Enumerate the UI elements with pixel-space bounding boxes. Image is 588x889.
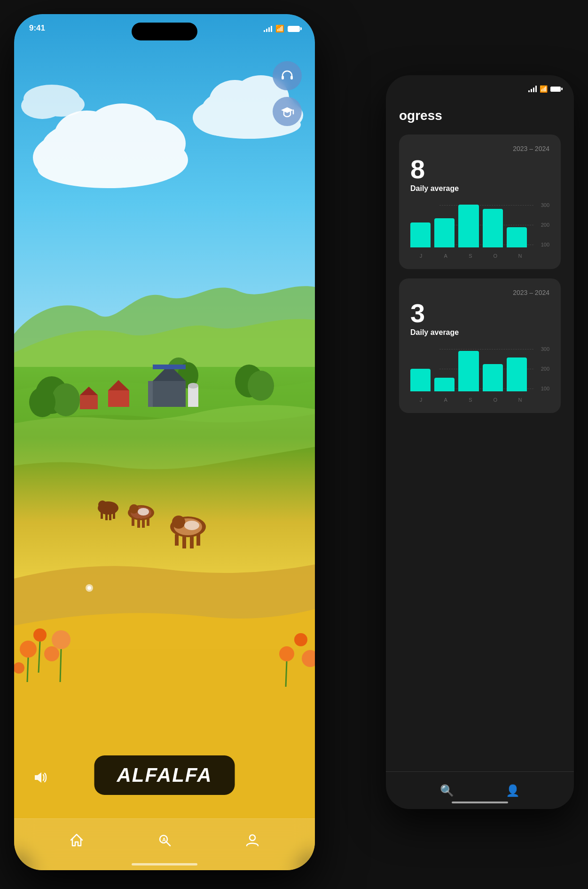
xlabel-s-2: S	[460, 397, 481, 403]
svg-line-65	[27, 658, 28, 682]
xlabel-n-1: N	[510, 253, 531, 259]
battery-icon	[550, 87, 561, 92]
bar-2-a	[434, 378, 455, 391]
bar-1-s	[458, 205, 478, 247]
search-nav-icon: A	[157, 833, 172, 848]
svg-rect-54	[109, 513, 111, 520]
volume-button[interactable]	[32, 769, 49, 788]
svg-point-45	[172, 516, 185, 529]
svg-point-62	[279, 646, 294, 661]
svg-line-76	[166, 842, 170, 846]
svg-rect-71	[282, 76, 284, 79]
front-home-indicator	[132, 863, 197, 865]
xlabel-o-1: O	[485, 253, 506, 259]
wifi-icon: 📶	[540, 85, 548, 93]
bar-1-o	[483, 209, 503, 247]
back-page-title: ogress	[399, 108, 561, 123]
svg-point-61	[52, 630, 71, 649]
x-labels-2: J A S O N	[410, 397, 531, 403]
headphones-button[interactable]	[273, 61, 302, 90]
bar-2-j	[410, 369, 431, 391]
back-search-icon[interactable]: 🔍	[440, 784, 454, 797]
bar-1-n	[507, 227, 527, 247]
status-right-icons: 📶	[264, 24, 300, 33]
card-1-year: 2023 – 2024	[410, 145, 549, 152]
svg-point-20	[29, 387, 55, 417]
svg-rect-38	[137, 518, 140, 528]
back-phone-content: ogress 2023 – 2024 8 Daily average 300	[386, 99, 574, 771]
back-status-bar: 📶	[386, 75, 574, 99]
svg-point-19	[52, 383, 80, 416]
nav-profile-button[interactable]	[245, 833, 260, 848]
svg-line-67	[60, 649, 61, 682]
bar-1-j	[410, 222, 431, 247]
svg-point-24	[248, 371, 274, 401]
svg-text:A: A	[162, 837, 166, 842]
chart-1: 300 200 100	[410, 202, 549, 259]
grid-label-200-2: 200	[536, 366, 549, 372]
nav-search-button[interactable]: A	[157, 833, 172, 848]
xlabel-o-2: O	[485, 397, 506, 403]
svg-rect-55	[101, 512, 103, 519]
bar-2-s	[458, 351, 478, 391]
svg-point-52	[98, 500, 107, 509]
graduation-button[interactable]	[273, 97, 302, 126]
svg-point-58	[33, 628, 47, 642]
svg-rect-72	[290, 76, 293, 79]
x-labels-1: J A S O N	[410, 253, 531, 259]
svg-point-78	[250, 835, 255, 841]
front-wifi-icon: 📶	[275, 24, 284, 33]
svg-rect-28	[148, 381, 153, 407]
svg-point-7	[125, 120, 186, 167]
analytics-card-2: 2023 – 2024 3 Daily average 300 200	[399, 278, 561, 413]
word-text: ALFALFA	[117, 764, 212, 786]
svg-marker-73	[281, 107, 293, 113]
xlabel-j-1: J	[410, 253, 431, 259]
card-1-label: Daily average	[410, 184, 549, 193]
svg-point-16	[38, 92, 85, 117]
back-profile-icon[interactable]: 👤	[506, 784, 520, 797]
bar-1-a	[434, 218, 455, 247]
analytics-card-1: 2023 – 2024 8 Daily average 300 200	[399, 135, 561, 269]
svg-rect-46	[182, 535, 186, 548]
svg-rect-56	[113, 512, 115, 519]
svg-rect-40	[132, 517, 134, 526]
front-phone: 9:41 📶	[14, 14, 315, 870]
back-bottom-nav: 🔍 👤	[386, 771, 574, 809]
home-icon	[69, 833, 84, 848]
bars-area-1	[410, 202, 531, 247]
front-bottom-nav: A	[14, 818, 315, 870]
word-card: ALFALFA	[94, 755, 235, 795]
card-1-number: 8	[410, 156, 549, 183]
back-status-icons: 📶	[528, 85, 561, 93]
svg-point-57	[20, 641, 37, 658]
grid-label-100-2: 100	[536, 386, 549, 391]
dynamic-island	[132, 23, 197, 40]
svg-rect-27	[153, 365, 186, 369]
nav-home-button[interactable]	[69, 833, 84, 848]
card-2-year: 2023 – 2024	[410, 289, 549, 296]
status-time: 9:41	[29, 24, 45, 33]
svg-rect-31	[108, 390, 129, 407]
svg-point-59	[44, 646, 59, 661]
svg-rect-33	[80, 395, 98, 409]
headphones-icon	[280, 69, 294, 83]
svg-point-37	[129, 504, 139, 514]
svg-point-70	[87, 586, 91, 590]
xlabel-n-2: N	[510, 397, 531, 403]
svg-rect-25	[153, 381, 186, 407]
front-signal-icon	[264, 26, 272, 32]
svg-point-50	[184, 521, 199, 530]
xlabel-j-2: J	[410, 397, 431, 403]
back-phone: 📶 ogress 2023 – 2024 8 Daily average 300	[386, 75, 574, 809]
xlabel-a-2: A	[435, 397, 456, 403]
svg-rect-49	[196, 534, 200, 546]
front-battery-icon	[288, 26, 300, 32]
landscape-svg	[14, 14, 315, 870]
svg-line-68	[286, 661, 287, 687]
svg-point-30	[188, 383, 198, 389]
back-home-indicator	[452, 802, 508, 803]
card-2-number: 3	[410, 300, 549, 326]
grid-label-300-2: 300	[536, 346, 549, 352]
svg-rect-47	[190, 535, 194, 548]
